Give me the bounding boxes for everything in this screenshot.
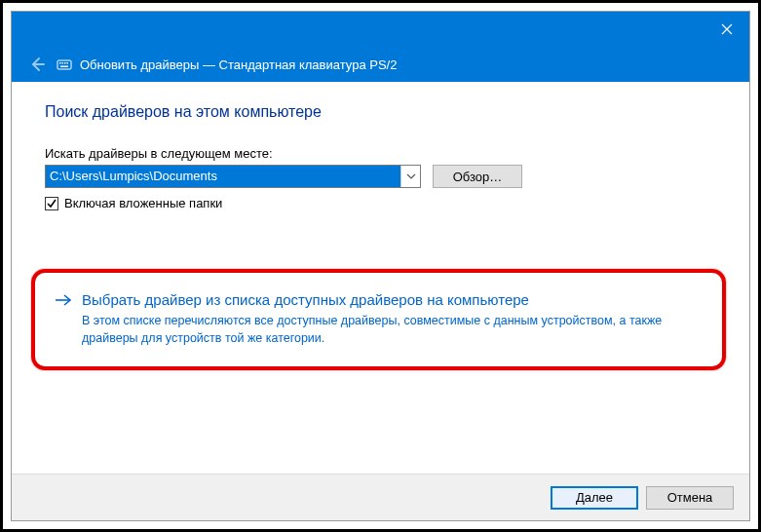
close-button[interactable] — [704, 12, 749, 47]
chevron-down-icon — [406, 173, 416, 179]
svg-rect-3 — [62, 62, 64, 64]
page-heading: Поиск драйверов на этом компьютере — [45, 103, 716, 121]
svg-rect-4 — [64, 62, 66, 64]
close-icon — [721, 23, 733, 35]
include-subfolders-checkbox[interactable] — [45, 197, 58, 210]
svg-rect-2 — [59, 62, 61, 64]
next-button-label: Далее — [576, 490, 613, 505]
wizard-content: Поиск драйверов на этом компьютере Искат… — [12, 82, 749, 474]
annotation-highlight: Выбрать драйвер из списка доступных драй… — [31, 269, 726, 370]
svg-rect-5 — [67, 62, 69, 64]
wizard-header: Обновить драйверы — Стандартная клавиату… — [12, 47, 749, 82]
back-button[interactable] — [25, 53, 49, 76]
pick-from-list-title: Выбрать драйвер из списка доступных драй… — [82, 290, 703, 310]
wizard-footer: Далее Отмена — [12, 474, 749, 520]
svg-rect-6 — [60, 66, 68, 68]
cancel-button-label: Отмена — [667, 490, 713, 505]
browse-button[interactable]: Обзор… — [433, 165, 522, 188]
cancel-button[interactable]: Отмена — [646, 486, 734, 510]
titlebar — [12, 12, 749, 47]
browse-button-label: Обзор… — [453, 170, 503, 184]
driver-path-value: C:\Users\Lumpics\Documents — [46, 166, 400, 187]
next-button[interactable]: Далее — [551, 486, 638, 510]
wizard-title: Обновить драйверы — Стандартная клавиату… — [80, 57, 397, 72]
checkmark-icon — [46, 198, 57, 209]
pick-from-list-description: В этом списке перечисляются все доступны… — [82, 313, 703, 347]
back-arrow-icon — [27, 55, 47, 74]
driver-path-combobox[interactable]: C:\Users\Lumpics\Documents — [45, 165, 421, 188]
keyboard-icon — [57, 57, 72, 72]
arrow-right-icon — [55, 292, 72, 312]
svg-rect-1 — [57, 60, 71, 69]
pick-from-list-link[interactable]: Выбрать драйвер из списка доступных драй… — [55, 290, 703, 347]
path-label: Искать драйверы в следующем месте: — [45, 146, 716, 161]
include-subfolders-label: Включая вложенные папки — [64, 196, 222, 210]
combobox-dropdown-button[interactable] — [400, 166, 420, 187]
